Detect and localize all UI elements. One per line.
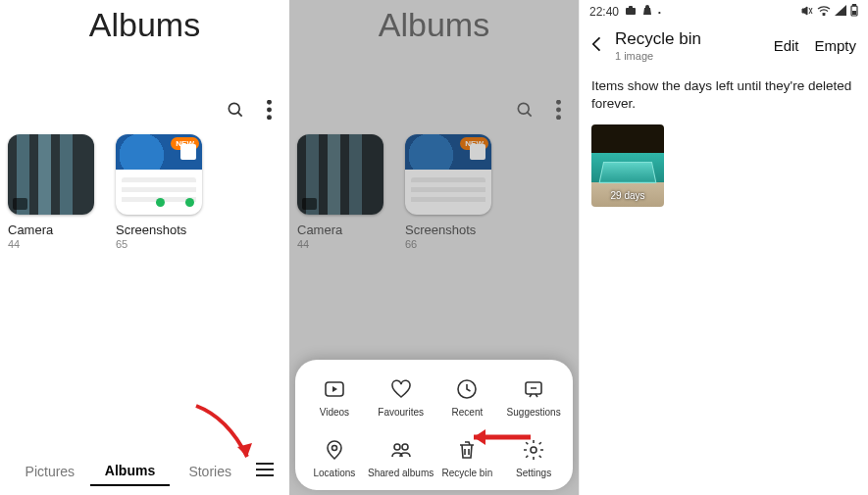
svg-rect-25 bbox=[629, 6, 633, 9]
search-icon[interactable] bbox=[226, 100, 245, 124]
album-name: Screenshots bbox=[116, 223, 206, 237]
panel-albums-menu: Albums Camera 44 NEW Screenshots 66 bbox=[289, 0, 579, 495]
svg-marker-23 bbox=[474, 429, 485, 445]
album-count: 66 bbox=[405, 238, 495, 250]
sheet-label: Suggestions bbox=[507, 407, 561, 419]
dot-icon bbox=[185, 198, 194, 207]
sheet-label: Recent bbox=[452, 407, 484, 419]
sheet-item-recent[interactable]: Recent bbox=[434, 377, 501, 419]
toolbar bbox=[289, 99, 579, 134]
page-subtitle: 1 image bbox=[615, 50, 701, 62]
toolbar bbox=[0, 99, 289, 134]
annotation-arrow bbox=[188, 400, 272, 482]
sheet-item-locations[interactable]: Locations bbox=[301, 438, 368, 479]
svg-point-20 bbox=[402, 444, 408, 450]
album-thumbnail bbox=[297, 134, 383, 215]
sheet-item-shared-albums[interactable]: Shared albums bbox=[368, 438, 434, 479]
svg-point-12 bbox=[557, 108, 561, 112]
album-screenshots[interactable]: NEW Screenshots 66 bbox=[405, 134, 495, 250]
more-icon[interactable] bbox=[556, 100, 561, 124]
sheet-label: Videos bbox=[320, 407, 349, 419]
video-badge-icon bbox=[302, 198, 317, 210]
panel-albums-main: Albums Camera 44 NEW Screenshots 65 bbox=[0, 0, 289, 495]
album-thumbnail: NEW bbox=[405, 134, 491, 215]
svg-rect-28 bbox=[853, 5, 856, 7]
svg-line-1 bbox=[238, 113, 242, 117]
video-badge-icon bbox=[13, 198, 27, 210]
signal-icon bbox=[835, 5, 846, 19]
sheet-label: Recycle bin bbox=[442, 468, 493, 479]
album-thumbnail bbox=[8, 134, 94, 215]
svg-line-10 bbox=[528, 113, 532, 117]
sheet-label: Shared albums bbox=[368, 468, 434, 479]
tab-albums[interactable]: Albums bbox=[90, 457, 171, 486]
wifi-icon bbox=[817, 5, 831, 19]
panel-recycle-bin: 22:40 • bbox=[579, 0, 868, 495]
album-thumbnail: NEW bbox=[116, 134, 202, 215]
svg-point-18 bbox=[332, 445, 336, 450]
page-title: Albums bbox=[0, 0, 289, 99]
svg-point-26 bbox=[823, 14, 825, 16]
sheet-label: Locations bbox=[313, 468, 355, 479]
svg-point-19 bbox=[394, 444, 400, 450]
album-name: Camera bbox=[8, 223, 98, 237]
svg-point-3 bbox=[268, 108, 272, 112]
album-name: Camera bbox=[297, 223, 387, 237]
recycle-bin-header: Recycle bin 1 image Edit Empty bbox=[580, 24, 868, 72]
album-count: 65 bbox=[116, 238, 206, 250]
sheet-label: Favourites bbox=[378, 407, 424, 419]
deleted-image-thumbnail[interactable]: 29 days bbox=[591, 124, 664, 207]
qr-icon bbox=[470, 144, 485, 160]
dot-icon: • bbox=[658, 8, 661, 17]
page-title: Albums bbox=[289, 0, 579, 99]
svg-rect-29 bbox=[852, 11, 856, 15]
tab-pictures[interactable]: Pictures bbox=[10, 458, 90, 485]
battery-icon bbox=[850, 4, 858, 20]
album-count: 44 bbox=[297, 238, 387, 250]
svg-point-11 bbox=[557, 100, 561, 104]
edit-button[interactable]: Edit bbox=[774, 37, 799, 54]
page-title: Recycle bin bbox=[615, 29, 701, 49]
empty-button[interactable]: Empty bbox=[814, 37, 856, 54]
album-camera[interactable]: Camera 44 bbox=[8, 134, 98, 250]
status-bar: 22:40 • bbox=[580, 0, 868, 24]
bag-icon bbox=[642, 5, 652, 19]
svg-marker-15 bbox=[332, 386, 337, 392]
mute-icon bbox=[801, 5, 813, 20]
svg-point-2 bbox=[268, 100, 272, 104]
album-count: 44 bbox=[8, 238, 98, 250]
info-text: Items show the days left until they're d… bbox=[580, 72, 868, 123]
svg-rect-24 bbox=[626, 8, 636, 15]
camera-icon bbox=[625, 5, 637, 19]
svg-point-0 bbox=[229, 103, 239, 114]
svg-point-9 bbox=[518, 103, 529, 114]
days-left-label: 29 days bbox=[591, 190, 664, 201]
search-icon[interactable] bbox=[515, 100, 535, 124]
back-icon[interactable] bbox=[587, 34, 607, 58]
album-screenshots[interactable]: NEW Screenshots 65 bbox=[116, 134, 206, 250]
status-time: 22:40 bbox=[589, 5, 619, 19]
svg-point-4 bbox=[268, 116, 272, 120]
album-grid: Camera 44 NEW Screenshots 65 bbox=[0, 134, 289, 250]
sheet-item-videos[interactable]: Videos bbox=[301, 377, 368, 419]
qr-icon bbox=[180, 144, 196, 160]
annotation-arrow bbox=[456, 423, 535, 457]
sheet-label: Settings bbox=[516, 468, 551, 479]
album-camera[interactable]: Camera 44 bbox=[297, 134, 387, 250]
dot-icon bbox=[156, 198, 165, 207]
album-name: Screenshots bbox=[405, 223, 495, 237]
sheet-item-favourites[interactable]: Favourites bbox=[368, 377, 434, 419]
sheet-item-suggestions[interactable]: Suggestions bbox=[500, 377, 567, 419]
svg-point-13 bbox=[557, 116, 561, 120]
more-icon[interactable] bbox=[267, 100, 272, 124]
album-grid: Camera 44 NEW Screenshots 66 bbox=[289, 134, 579, 250]
